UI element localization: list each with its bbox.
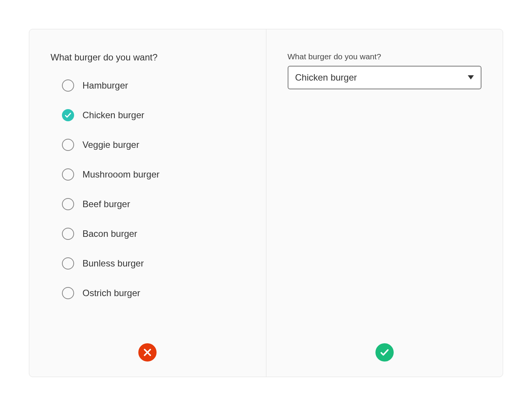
question-label: What burger do you want? (51, 52, 245, 63)
radio-option[interactable]: Mushrooom burger (62, 168, 245, 181)
radio-option[interactable]: Ostrich burger (62, 287, 245, 299)
select-wrapper: Chicken burger (288, 66, 482, 89)
burger-select[interactable]: Chicken burger (288, 66, 482, 89)
check-icon (375, 343, 394, 362)
radio-checked-icon (62, 109, 74, 121)
radio-label: Beef burger (82, 199, 130, 209)
radio-label: Ostrich burger (82, 288, 140, 298)
radio-option[interactable]: Bunless burger (62, 257, 245, 270)
radio-unchecked-icon (62, 139, 74, 151)
radio-label: Bacon burger (82, 228, 137, 239)
radio-option[interactable]: Veggie burger (62, 139, 245, 151)
radio-unchecked-icon (62, 168, 74, 181)
radio-label: Hamburger (82, 80, 128, 91)
comparison-container: What burger do you want? HamburgerChicke… (29, 29, 503, 377)
radio-label: Mushrooom burger (82, 169, 160, 180)
panel-dont: What burger do you want? HamburgerChicke… (29, 29, 266, 377)
radio-group: HamburgerChicken burgerVeggie burgerMush… (51, 74, 245, 299)
select-value: Chicken burger (295, 72, 357, 83)
radio-label: Bunless burger (82, 258, 144, 269)
radio-option[interactable]: Beef burger (62, 198, 245, 210)
radio-unchecked-icon (62, 79, 74, 92)
radio-option[interactable]: Bacon burger (62, 228, 245, 240)
radio-unchecked-icon (62, 228, 74, 240)
radio-label: Veggie burger (82, 140, 139, 150)
radio-unchecked-icon (62, 257, 74, 270)
radio-unchecked-icon (62, 287, 74, 299)
panel-do: What burger do you want? Chicken burger (266, 29, 503, 377)
radio-label: Chicken burger (82, 110, 144, 121)
radio-option[interactable]: Hamburger (62, 79, 245, 92)
radio-unchecked-icon (62, 198, 74, 210)
radio-option[interactable]: Chicken burger (62, 109, 245, 121)
cross-icon (138, 343, 157, 362)
question-label: What burger do you want? (288, 52, 482, 61)
